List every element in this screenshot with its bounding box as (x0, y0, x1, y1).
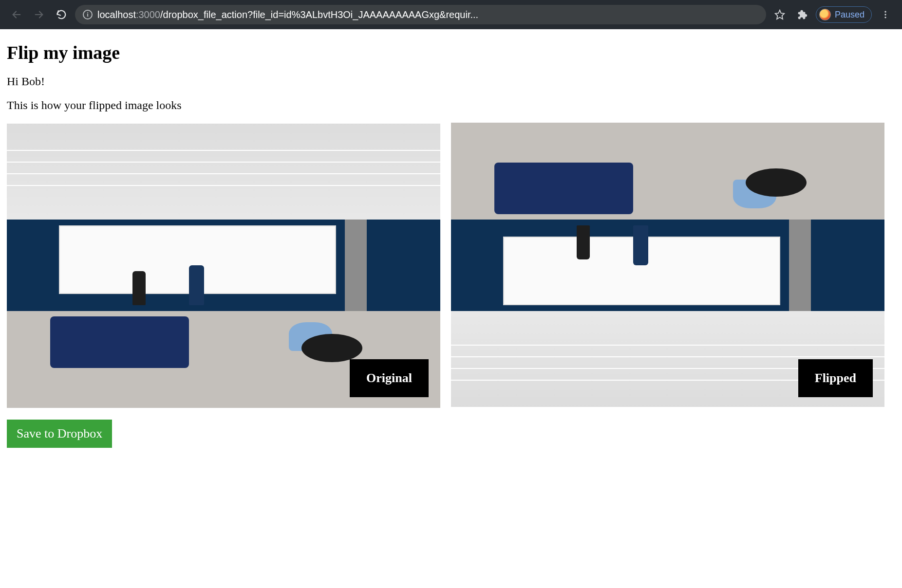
back-button[interactable] (8, 6, 25, 23)
svg-point-3 (884, 11, 886, 13)
profile-avatar-icon (819, 9, 831, 20)
profile-paused-chip[interactable]: Paused (816, 6, 872, 23)
url-text: localhost:3000/dropbox_file_action?file_… (97, 9, 758, 20)
description-text: This is how your flipped image looks (7, 99, 895, 112)
svg-point-4 (884, 14, 886, 15)
reload-button[interactable] (53, 6, 70, 23)
bookmark-star-icon[interactable] (771, 6, 789, 23)
original-image: Original (7, 123, 440, 408)
page-body: Flip my image Hi Bob! This is how your f… (0, 29, 902, 457)
address-bar[interactable]: i localhost:3000/dropbox_file_action?fil… (75, 5, 766, 24)
image-comparison-row: Original Flipped (7, 123, 895, 408)
greeting-text: Hi Bob! (7, 75, 895, 88)
svg-point-5 (884, 17, 886, 18)
site-info-icon[interactable]: i (83, 10, 93, 19)
original-image-label: Original (350, 359, 429, 397)
extensions-icon[interactable] (793, 6, 811, 23)
save-to-dropbox-button[interactable]: Save to Dropbox (7, 420, 112, 448)
browser-toolbar: i localhost:3000/dropbox_file_action?fil… (0, 0, 902, 29)
flipped-image-label: Flipped (798, 359, 873, 397)
forward-button[interactable] (30, 6, 48, 23)
browser-menu-icon[interactable] (877, 6, 894, 23)
paused-label: Paused (835, 10, 864, 20)
page-title: Flip my image (7, 42, 895, 63)
flipped-image: Flipped (451, 123, 884, 408)
svg-marker-2 (775, 10, 784, 19)
